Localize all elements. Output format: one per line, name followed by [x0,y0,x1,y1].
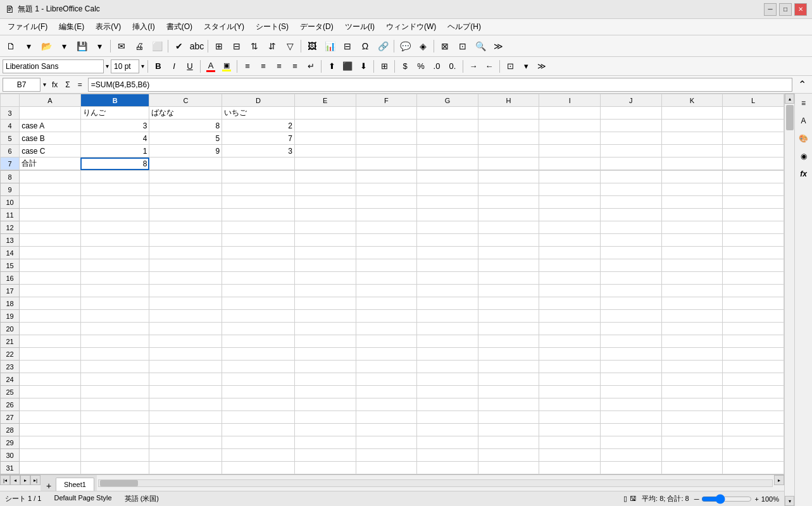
scroll-right-end[interactable]: ▸| [30,475,41,485]
cell-j6[interactable] [601,145,662,157]
empty-cell[interactable] [417,373,478,386]
h-scroll-track[interactable] [98,479,773,487]
empty-cell[interactable] [417,297,478,310]
empty-cell[interactable] [417,398,478,411]
col-header-c[interactable]: C [149,94,222,107]
empty-cell[interactable] [222,449,295,462]
right-panel-styles[interactable]: A [797,114,811,128]
empty-cell[interactable] [20,272,81,285]
empty-cell[interactable] [222,436,295,449]
col-header-k[interactable]: K [661,94,723,107]
cell-i3[interactable] [539,107,601,120]
preview-button[interactable]: ⬜ [149,38,165,54]
empty-cell[interactable] [20,361,81,373]
empty-cell[interactable] [723,411,784,424]
cell-g5[interactable] [417,132,478,145]
empty-cell[interactable] [356,171,417,183]
empty-cell[interactable] [222,335,295,348]
border-button[interactable]: ⊡ [503,59,517,73]
empty-cell[interactable] [149,183,222,196]
percent-button[interactable]: % [414,59,428,73]
empty-cell[interactable] [356,259,417,272]
cell-b3[interactable]: りんご [80,107,149,120]
row-header-7[interactable]: 7 [1,157,20,170]
empty-cell[interactable] [20,411,81,424]
empty-cell[interactable] [661,285,723,297]
empty-cell[interactable] [539,449,601,462]
empty-cell[interactable] [417,411,478,424]
empty-cell[interactable] [601,348,662,361]
empty-cell[interactable] [356,424,417,436]
zoom-range[interactable] [701,494,752,504]
cell-k5[interactable] [661,132,723,145]
empty-cell[interactable] [149,259,222,272]
row-header-5[interactable]: 5 [1,132,20,145]
empty-cell[interactable] [149,196,222,209]
empty-cell[interactable] [149,373,222,386]
font-name-dropdown[interactable]: ▾ [106,63,109,70]
empty-cell[interactable] [149,234,222,247]
cell-k7[interactable] [661,157,723,170]
empty-cell[interactable] [601,323,662,335]
empty-cell[interactable] [417,259,478,272]
empty-cell[interactable] [294,424,356,436]
empty-cell[interactable] [149,411,222,424]
font-color-button[interactable]: A [204,59,218,73]
empty-cell[interactable] [294,348,356,361]
empty-cell[interactable] [294,234,356,247]
empty-cell[interactable] [601,196,662,209]
cell-l4[interactable] [723,120,784,132]
cell-c4[interactable]: 8 [149,120,222,132]
row-header-29[interactable]: 29 [1,436,20,449]
equal-button[interactable]: = [75,78,85,92]
empty-cell[interactable] [417,386,478,398]
empty-cell[interactable] [149,361,222,373]
sheet-tab-sheet1[interactable]: Sheet1 [56,478,94,491]
empty-cell[interactable] [417,449,478,462]
empty-cell[interactable] [417,234,478,247]
row-header-27[interactable]: 27 [1,411,20,424]
empty-cell[interactable] [222,386,295,398]
empty-cell[interactable] [80,462,149,474]
empty-cell[interactable] [222,310,295,323]
cell-e5[interactable] [294,132,356,145]
fx-button[interactable]: fx [49,78,61,92]
empty-cell[interactable] [723,234,784,247]
cell-b7[interactable]: 8 [80,157,149,170]
empty-cell[interactable] [601,373,662,386]
cell-b5[interactable]: 4 [80,132,149,145]
empty-cell[interactable] [601,272,662,285]
row-header-13[interactable]: 13 [1,234,20,247]
cell-h7[interactable] [478,157,539,170]
empty-cell[interactable] [20,323,81,335]
menu-file[interactable]: ファイル(F) [3,20,53,34]
scroll-right-btn[interactable]: ▸ [774,475,784,485]
empty-cell[interactable] [723,449,784,462]
corner-header[interactable] [1,94,20,107]
empty-cell[interactable] [149,323,222,335]
status-icon-cursor[interactable]: ▯ [623,495,627,503]
scroll-up-button[interactable]: ▴ [785,94,794,104]
empty-cell[interactable] [661,247,723,259]
empty-cell[interactable] [294,373,356,386]
empty-cell[interactable] [478,297,539,310]
empty-cell[interactable] [356,323,417,335]
empty-cell[interactable] [539,335,601,348]
empty-cell[interactable] [80,373,149,386]
empty-cell[interactable] [723,196,784,209]
empty-cell[interactable] [20,221,81,234]
empty-cell[interactable] [294,297,356,310]
empty-cell[interactable] [417,335,478,348]
empty-cell[interactable] [478,259,539,272]
row-header-20[interactable]: 20 [1,323,20,335]
row-header-28[interactable]: 28 [1,424,20,436]
empty-cell[interactable] [20,297,81,310]
cell-b4[interactable]: 3 [80,120,149,132]
chart-button[interactable]: 📊 [322,38,338,54]
empty-cell[interactable] [356,386,417,398]
empty-cell[interactable] [601,462,662,474]
empty-cell[interactable] [601,386,662,398]
cell-d6[interactable]: 3 [222,145,295,157]
indent-more-button[interactable]: → [466,59,480,73]
empty-cell[interactable] [356,348,417,361]
